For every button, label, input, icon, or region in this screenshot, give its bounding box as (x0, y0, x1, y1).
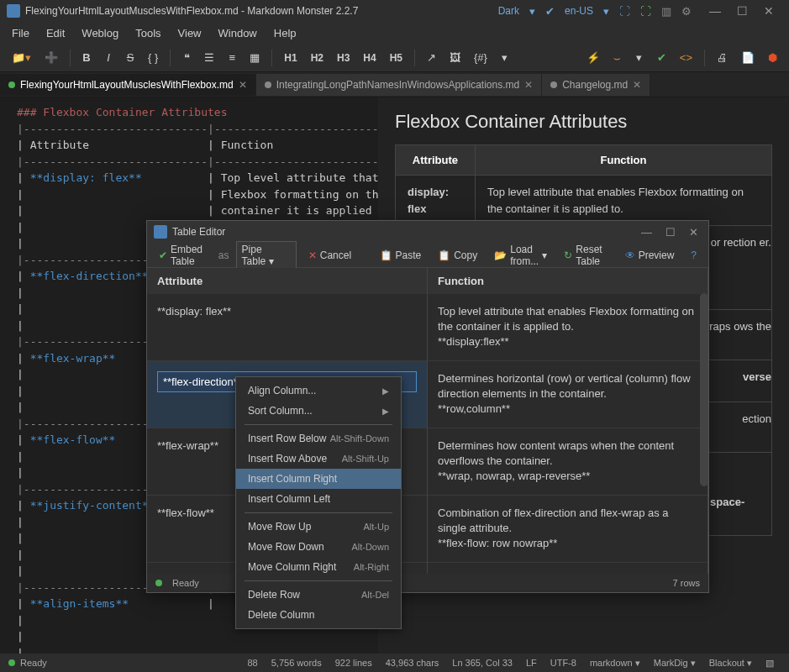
menu-window[interactable]: Window (210, 24, 266, 43)
split-icon[interactable]: ▥ (661, 5, 671, 18)
embed-table-button[interactable]: ✔Embed Table (154, 241, 212, 270)
image-button[interactable]: 🖼 (444, 48, 466, 68)
h4-button[interactable]: H4 (358, 48, 381, 68)
ctx-move-row-down[interactable]: Move Row DownAlt-Down (236, 537, 401, 557)
h5-button[interactable]: H5 (385, 48, 408, 68)
status-theme[interactable]: Blackout ▾ (702, 658, 759, 669)
print-button[interactable]: 🖨 (712, 48, 733, 68)
table-editor-toolbar: ✔Embed Table as Pipe Table ▾ ✕Cancel 📋Pa… (147, 243, 708, 268)
spellcheck-button[interactable]: ✔ (652, 48, 671, 68)
tab-close-button[interactable]: ✕ (524, 79, 533, 91)
minimize-button[interactable]: — (702, 0, 729, 22)
settings-icon[interactable]: ⚙ (681, 5, 692, 18)
cell[interactable]: Determines how content wraps when the co… (428, 428, 707, 496)
as-label: as (218, 249, 229, 261)
format-dropdown[interactable]: Pipe Table ▾ (236, 241, 297, 270)
tab[interactable]: Changelog.md ✕ (542, 74, 650, 96)
fullscreen-icon[interactable]: ⛶ (640, 5, 651, 18)
ctx-insert-row-below[interactable]: Insert Row BelowAlt-Shift-Down (236, 428, 401, 449)
tab-active[interactable]: FlexingYourHtmlLayoutMusclesWithFlexbox.… (0, 74, 256, 96)
code-button[interactable]: { } (143, 48, 163, 68)
tab[interactable]: IntegratingLongPathNamesInWindowsApplica… (256, 74, 543, 96)
preview-button[interactable]: 👁Preview (620, 247, 680, 264)
status-eol[interactable]: LF (519, 658, 544, 668)
more2-button[interactable]: ▾ (630, 48, 649, 68)
ctx-delete-row[interactable]: Delete RowAlt-Del (236, 585, 401, 605)
link-button[interactable]: ↗ (422, 48, 441, 68)
new-button[interactable]: ➕ (39, 48, 63, 68)
italic-button[interactable]: I (99, 48, 118, 68)
cell[interactable]: Determines horizontal (row) or vertical … (428, 361, 707, 428)
copy-button[interactable]: 📋Copy (433, 247, 482, 264)
load-button[interactable]: 📂Load from... ▾ (489, 241, 552, 270)
tab-close-button[interactable]: ✕ (239, 79, 247, 91)
h2-button[interactable]: H2 (306, 48, 329, 68)
titlebar: FlexingYourHtmlLayoutMusclesWithFlexbox.… (0, 0, 789, 22)
ctx-move-column-right[interactable]: Move Column RightAlt-Right (236, 557, 401, 577)
status-encoding[interactable]: UTF-8 (544, 658, 583, 668)
quote-button[interactable]: ❝ (177, 48, 196, 68)
unordered-list-button[interactable]: ☰ (199, 48, 219, 68)
theme-dropdown[interactable]: Dark (498, 5, 519, 17)
caret-down-icon[interactable]: ▾ (529, 5, 535, 18)
lightning-icon[interactable]: ⚡ (581, 48, 605, 68)
pdf-button[interactable]: 📄 (736, 48, 760, 68)
cancel-button[interactable]: ✕Cancel (303, 247, 356, 264)
ctx-sort-column[interactable]: Sort Column...▶ (236, 401, 401, 421)
table-editor-titlebar[interactable]: Table Editor — ☐ ✕ (147, 221, 708, 243)
cell[interactable]: Combination of flex-direction and flex-w… (428, 496, 707, 563)
ctx-insert-row-above[interactable]: Insert Row AboveAlt-Shift-Up (236, 449, 401, 469)
emoji-button[interactable]: ⌣ (608, 48, 627, 68)
scrollbar[interactable] (700, 293, 708, 486)
help-button[interactable]: ? (686, 247, 702, 264)
ctx-move-row-up[interactable]: Move Row UpAlt-Up (236, 517, 401, 537)
tab-close-button[interactable]: ✕ (633, 79, 641, 91)
close-button[interactable]: ✕ (755, 0, 782, 22)
bold-button[interactable]: B (77, 48, 96, 68)
ctx-insert-column-left[interactable]: Insert Column Left (236, 489, 401, 509)
col-header-function[interactable]: Function (428, 268, 707, 294)
reset-button[interactable]: ↻Reset Table (559, 241, 613, 270)
table-button[interactable]: ▦ (245, 48, 265, 68)
menu-weblog[interactable]: Weblog (73, 24, 127, 43)
col-header-attribute[interactable]: Attribute (147, 268, 427, 294)
ctx-align-column[interactable]: Align Column...▶ (236, 381, 401, 401)
menu-file[interactable]: File (3, 24, 38, 43)
h1-button[interactable]: H1 (279, 48, 302, 68)
submenu-arrow-icon: ▶ (382, 386, 389, 396)
tabstrip: FlexingYourHtmlLayoutMusclesWithFlexbox.… (0, 72, 789, 97)
caret-down-icon[interactable]: ▾ (603, 5, 609, 18)
ordered-list-button[interactable]: ≡ (223, 48, 241, 68)
cell[interactable]: **display: flex** (147, 294, 427, 361)
close-button[interactable]: ✕ (686, 226, 702, 239)
h3-button[interactable]: H3 (332, 48, 355, 68)
checkmark-icon: ✔ (545, 5, 555, 18)
ctx-delete-column[interactable]: Delete Column (236, 605, 401, 625)
menu-view[interactable]: View (170, 24, 210, 43)
status-syntax[interactable]: markdown ▾ (583, 658, 647, 669)
maximize-button[interactable]: ☐ (662, 226, 679, 239)
minimize-button[interactable]: — (638, 226, 655, 239)
sidebar-toggle-icon[interactable]: ▧ (759, 658, 781, 669)
status-position: Ln 365, Col 33 (445, 658, 519, 668)
paste-button[interactable]: 📋Paste (375, 247, 427, 264)
preview-row: display: flex Top level attribute that e… (396, 176, 772, 226)
expand-icon[interactable]: ⛶ (619, 5, 630, 18)
toolbar: 📁▾ ➕ B I S { } ❝ ☰ ≡ ▦ H1 H2 H3 H4 H5 ↗ … (0, 44, 789, 72)
menu-edit[interactable]: Edit (38, 24, 73, 43)
menu-tools[interactable]: Tools (127, 24, 169, 43)
status-renderer[interactable]: MarkDig ▾ (647, 658, 702, 669)
html-button[interactable]: <> (675, 48, 697, 68)
menu-help[interactable]: Help (266, 24, 305, 43)
html5-button[interactable]: ⬢ (763, 48, 782, 68)
cell[interactable]: Top level attribute that enables Flexbox… (428, 294, 707, 361)
ctx-insert-column-right[interactable]: Insert Column Right (236, 469, 401, 489)
status-indicator-icon (155, 580, 162, 586)
anchor-button[interactable]: {#} (469, 48, 492, 68)
cell[interactable]: Aligns content along the flex (428, 563, 707, 574)
more-button[interactable]: ▾ (496, 48, 514, 68)
locale-dropdown[interactable]: en-US (565, 5, 593, 17)
maximize-button[interactable]: ☐ (729, 0, 755, 22)
open-button[interactable]: 📁▾ (7, 48, 36, 68)
strikethrough-button[interactable]: S (121, 48, 139, 68)
